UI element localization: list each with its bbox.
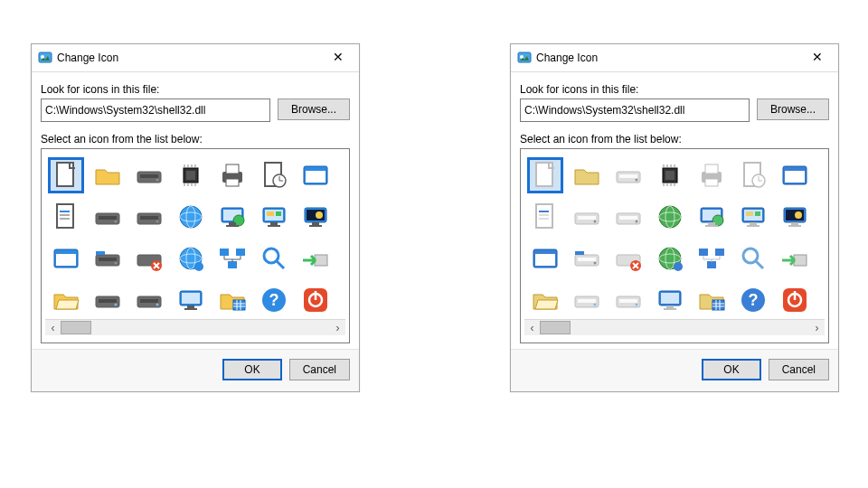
cd-drive-icon[interactable] — [128, 279, 170, 319]
browse-button[interactable]: Browse... — [278, 99, 350, 120]
svg-rect-47 — [270, 222, 278, 225]
window-icon[interactable] — [774, 155, 816, 196]
dialog-title: Change Icon — [57, 52, 323, 64]
import-arrow-icon[interactable] — [774, 238, 816, 279]
scroll-left-icon[interactable]: ‹ — [45, 320, 61, 335]
power-circle-icon[interactable] — [774, 279, 816, 319]
drive-label-icon[interactable] — [87, 238, 128, 279]
folder-grid-icon[interactable] — [212, 279, 253, 319]
svg-rect-24 — [306, 171, 326, 183]
horizontal-scrollbar[interactable]: ‹ › — [45, 319, 345, 335]
network-globe-icon[interactable] — [170, 238, 212, 279]
svg-rect-109 — [705, 164, 718, 174]
svg-line-162 — [756, 261, 763, 268]
monitor-icon[interactable] — [649, 279, 691, 319]
cancel-button[interactable]: Cancel — [289, 359, 350, 380]
monitor-globe-icon[interactable] — [212, 196, 253, 238]
window-alt-icon[interactable] — [524, 238, 566, 279]
blank-document-icon[interactable] — [524, 155, 566, 196]
text-document-icon[interactable] — [45, 196, 87, 238]
globe-icon[interactable] — [649, 196, 691, 238]
ok-button[interactable]: OK — [222, 359, 281, 380]
drive-remove-icon[interactable] — [608, 238, 649, 279]
svg-rect-30 — [99, 216, 117, 220]
svg-rect-165 — [578, 299, 596, 303]
svg-rect-173 — [664, 308, 676, 310]
dvd-drive-icon[interactable] — [566, 279, 608, 319]
close-icon[interactable]: ✕ — [323, 48, 354, 68]
select-icon-label: Select an icon from the list below: — [520, 133, 829, 145]
svg-rect-76 — [140, 299, 158, 303]
ok-button[interactable]: OK — [702, 359, 760, 380]
titlebar[interactable]: Change Icon ✕ — [32, 44, 359, 72]
display-settings-icon[interactable] — [253, 196, 295, 238]
svg-rect-53 — [309, 225, 322, 227]
chip-icon[interactable] — [170, 155, 212, 196]
browse-button[interactable]: Browse... — [757, 99, 829, 120]
monitor-icon[interactable] — [170, 279, 212, 319]
blank-document-icon[interactable] — [45, 155, 87, 196]
network-share-icon[interactable] — [212, 238, 253, 279]
svg-point-31 — [115, 221, 118, 223]
cd-drive-icon[interactable] — [608, 279, 649, 319]
monitor-globe-icon[interactable] — [691, 196, 732, 238]
svg-point-93 — [520, 55, 524, 59]
svg-rect-174 — [712, 300, 724, 310]
scroll-thumb[interactable] — [61, 321, 91, 334]
titlebar[interactable]: Change Icon ✕ — [511, 44, 838, 72]
folder-icon[interactable] — [566, 155, 608, 196]
scroll-right-icon[interactable]: › — [809, 320, 825, 335]
clock-document-icon[interactable] — [253, 155, 295, 196]
close-icon[interactable]: ✕ — [802, 48, 833, 68]
magnifier-icon[interactable] — [253, 238, 295, 279]
drive-remove-icon[interactable] — [128, 238, 170, 279]
printer-icon[interactable] — [691, 155, 732, 196]
import-arrow-icon[interactable] — [295, 238, 336, 279]
drive-label-icon[interactable] — [566, 238, 608, 279]
icon-file-path-input[interactable] — [520, 99, 750, 122]
power-circle-icon[interactable] — [295, 279, 336, 319]
icon-file-path-input[interactable] — [41, 99, 270, 122]
svg-rect-59 — [96, 251, 105, 255]
svg-point-150 — [594, 262, 597, 265]
drive-icon[interactable] — [128, 155, 170, 196]
horizontal-scrollbar[interactable]: ‹ › — [524, 319, 825, 335]
drive-alt-icon[interactable] — [608, 196, 649, 238]
chip-icon[interactable] — [649, 155, 691, 196]
svg-rect-4 — [140, 174, 158, 178]
magnifier-icon[interactable] — [732, 238, 774, 279]
svg-rect-94 — [536, 163, 552, 186]
cancel-button[interactable]: Cancel — [769, 359, 829, 380]
network-globe-icon[interactable] — [649, 238, 691, 279]
floppy-icon[interactable] — [87, 196, 128, 238]
clock-document-icon[interactable] — [732, 155, 774, 196]
window-icon[interactable] — [295, 155, 336, 196]
folder-open-icon[interactable] — [45, 279, 87, 319]
folder-open-icon[interactable] — [524, 279, 566, 319]
scroll-thumb[interactable] — [540, 321, 571, 334]
screensaver-icon[interactable] — [295, 196, 336, 238]
help-circle-icon[interactable]: ? — [253, 279, 295, 319]
icon-list: ? ‹ › — [41, 148, 350, 343]
scroll-left-icon[interactable]: ‹ — [524, 320, 540, 335]
svg-rect-25 — [57, 204, 73, 228]
display-settings-icon[interactable] — [732, 196, 774, 238]
svg-point-169 — [636, 304, 638, 306]
dvd-drive-icon[interactable] — [87, 279, 128, 319]
drive-icon[interactable] — [608, 155, 649, 196]
floppy-icon[interactable] — [566, 196, 608, 238]
folder-icon[interactable] — [87, 155, 128, 196]
screensaver-icon[interactable] — [774, 196, 816, 238]
folder-grid-icon[interactable] — [691, 279, 732, 319]
help-circle-icon[interactable]: ? — [732, 279, 774, 319]
text-document-icon[interactable] — [524, 196, 566, 238]
svg-rect-138 — [755, 211, 760, 216]
drive-alt-icon[interactable] — [128, 196, 170, 238]
svg-point-97 — [636, 179, 638, 182]
network-share-icon[interactable] — [691, 238, 732, 279]
printer-icon[interactable] — [212, 155, 253, 196]
window-alt-icon[interactable] — [45, 238, 87, 279]
scroll-right-icon[interactable]: › — [330, 320, 345, 335]
titlebar-icon — [516, 50, 533, 66]
globe-icon[interactable] — [170, 196, 212, 238]
